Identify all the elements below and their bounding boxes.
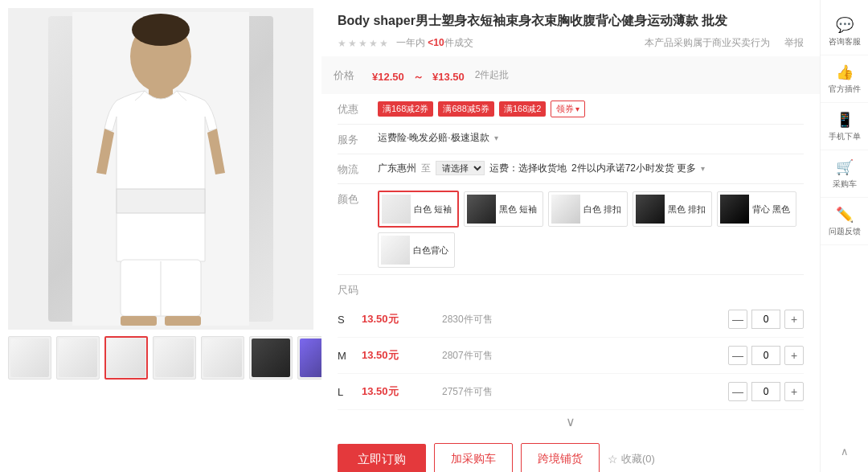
coupon-tag-3: 满168减2 <box>499 101 546 117</box>
product-image-svg <box>72 12 249 326</box>
shipping-promise: 2件以内承诺72小时发货 更多 <box>571 162 696 175</box>
size-name-s: S <box>338 314 362 326</box>
mobile-order-icon: 📱 <box>836 111 854 129</box>
logistics-to-label: 至 <box>421 162 431 175</box>
color-option-black-short[interactable]: 黑色 短袖 <box>464 191 543 227</box>
buy-now-button[interactable]: 立即订购 <box>338 444 426 472</box>
size-name-l: L <box>338 386 362 398</box>
color-label-white-vest: 白色 排扣 <box>583 203 624 215</box>
thumbnail-item[interactable] <box>201 336 244 380</box>
product-detail-panel: Body shaper男士塑身衣短袖束身衣束胸收腹背心健身运动薄款 批发 ★ ★… <box>321 0 820 472</box>
service-row: 服务 运费险·晚发必赔·极速退款 ▾ <box>338 125 804 154</box>
qty-input-s[interactable] <box>751 310 780 329</box>
qty-decrease-s[interactable]: — <box>728 310 747 329</box>
qty-increase-s[interactable]: + <box>784 310 804 329</box>
main-product-image <box>8 8 313 330</box>
sidebar-item-feedback[interactable]: ✏️ 问题反馈 <box>821 198 869 245</box>
qty-increase-l[interactable]: + <box>784 382 804 401</box>
qty-decrease-m[interactable]: — <box>728 346 747 365</box>
brand-notice: 本产品采购属于商业买卖行为 <box>645 36 770 50</box>
color-option-white-short[interactable]: 白色 短袖 <box>378 191 459 228</box>
shipping-more-icon[interactable]: ▾ <box>701 164 705 173</box>
color-option-white-inner[interactable]: 白色背心 <box>378 232 455 268</box>
color-options: 白色 短袖 黑色 短袖 白色 排扣 黑色 排扣 背心 黑色 <box>378 191 804 268</box>
size-price-m: 13.50元 <box>362 348 442 363</box>
size-stock-l: 2757件可售 <box>442 385 728 399</box>
expand-sizes-button[interactable]: ∨ <box>338 410 804 433</box>
size-name-m: M <box>338 350 362 362</box>
scroll-top-button[interactable]: ∧ <box>821 439 869 464</box>
size-row-l: L 13.50元 2757件可售 — + <box>338 374 804 410</box>
qty-control-s: — + <box>728 310 804 329</box>
official-plugin-icon: 👍 <box>836 64 854 81</box>
add-cart-button[interactable]: 加采购车 <box>434 443 513 472</box>
sidebar-item-official-plugin[interactable]: 👍 官方插件 <box>821 55 869 103</box>
coupon-tag-2: 满688减5券 <box>438 101 493 117</box>
price-low: ¥12.50 <box>372 71 404 83</box>
color-label: 颜色 <box>338 191 370 207</box>
color-option-white-vest[interactable]: 白色 排扣 <box>548 191 628 227</box>
coupon-button[interactable]: 领券 ▾ <box>551 101 585 117</box>
star-1: ★ <box>338 38 346 49</box>
color-label-black-inner: 背心 黑色 <box>752 203 793 215</box>
qty-input-m[interactable] <box>751 346 780 365</box>
thumbnail-item[interactable] <box>56 336 100 380</box>
service-label: 服务 <box>338 131 370 147</box>
size-section: 尺码 S 13.50元 2830件可售 — + M 13.50元 2807件可售 <box>338 279 804 433</box>
qty-input-l[interactable] <box>751 382 780 401</box>
coupon-tag-1: 满168减2券 <box>378 101 433 117</box>
report-link[interactable]: 举报 <box>784 36 804 50</box>
price-range: ¥12.50 ～ ¥13.50 <box>372 66 465 84</box>
star-rating: ★ ★ ★ ★ ★ <box>338 38 388 49</box>
sidebar-label-customer-service: 咨询客服 <box>829 36 861 47</box>
logistics-content: 广东惠州 至 请选择 运费：选择收货地 2件以内承诺72小时发货 更多 ▾ <box>378 161 804 175</box>
qty-control-l: — + <box>728 382 804 401</box>
thumbnail-item[interactable] <box>8 336 51 380</box>
product-title: Body shaper男士塑身衣短袖束身衣束胸收腹背心健身运动薄款 批发 <box>338 12 804 30</box>
service-content: 运费险·晚发必赔·极速退款 ▾ <box>378 131 804 145</box>
qty-decrease-l[interactable]: — <box>728 382 747 401</box>
color-label-black-vest: 黑色 排扣 <box>668 203 709 215</box>
thumbnail-item[interactable] <box>153 336 196 380</box>
logistics-from: 广东惠州 <box>378 162 416 175</box>
logistics-row: 物流 广东惠州 至 请选择 运费：选择收货地 2件以内承诺72小时发货 更多 ▾ <box>338 154 804 184</box>
color-label-black-short: 黑色 短袖 <box>499 203 540 215</box>
size-stock-m: 2807件可售 <box>442 349 728 363</box>
right-sidebar: 💬 咨询客服 👍 官方插件 📱 手机下单 🛒 采购车 ✏️ 问题反馈 ∧ <box>820 0 868 472</box>
color-option-black-inner[interactable]: 背心 黑色 <box>717 191 796 227</box>
coupon-dropdown-icon: ▾ <box>575 105 579 113</box>
sale-info: 一年内 <10件成交 <box>396 36 473 50</box>
price-row: 价格 ¥12.50 ～ ¥13.50 2件起批 <box>334 66 808 84</box>
left-panel: › <box>0 0 321 472</box>
sidebar-label-mobile-order: 手机下单 <box>829 131 861 142</box>
svg-rect-7 <box>121 316 157 326</box>
service-dropdown-icon[interactable]: ▾ <box>494 133 498 142</box>
star-4: ★ <box>369 38 378 49</box>
sidebar-label-cart: 采购车 <box>833 179 857 189</box>
service-text: 运费险·晚发必赔·极速退款 <box>378 131 489 145</box>
logistics-destination-select[interactable]: 请选择 <box>436 161 485 175</box>
sidebar-item-customer-service[interactable]: 💬 咨询客服 <box>821 8 869 55</box>
thumbnail-item[interactable] <box>104 336 148 380</box>
feedback-icon: ✏️ <box>836 206 854 224</box>
thumbnail-item[interactable] <box>249 336 293 380</box>
qty-increase-m[interactable]: + <box>784 346 804 365</box>
coupon-btn-label: 领券 <box>556 103 574 115</box>
sidebar-label-official-plugin: 官方插件 <box>829 84 861 94</box>
thumbnail-list: › <box>8 336 313 380</box>
svg-rect-6 <box>117 189 205 213</box>
price-condition: 2件起批 <box>475 68 510 82</box>
svg-point-2 <box>132 14 190 46</box>
sidebar-item-cart[interactable]: 🛒 采购车 <box>821 150 869 198</box>
sidebar-item-mobile-order[interactable]: 📱 手机下单 <box>821 103 869 150</box>
svg-rect-8 <box>165 316 201 326</box>
sidebar-label-feedback: 问题反馈 <box>829 226 861 236</box>
rating-row: ★ ★ ★ ★ ★ 一年内 <10件成交 本产品采购属于商业买卖行为 举报 <box>338 36 804 50</box>
price-high: ¥13.50 <box>432 71 465 83</box>
collect-button[interactable]: ☆ 收藏(0) <box>608 452 655 466</box>
color-option-black-vest[interactable]: 黑色 排扣 <box>633 191 712 227</box>
cross-border-button[interactable]: 跨境铺货 <box>521 443 600 472</box>
expand-icon: ∨ <box>566 414 575 429</box>
size-row-s: S 13.50元 2830件可售 — + <box>338 302 804 338</box>
cart-icon: 🛒 <box>836 158 854 176</box>
